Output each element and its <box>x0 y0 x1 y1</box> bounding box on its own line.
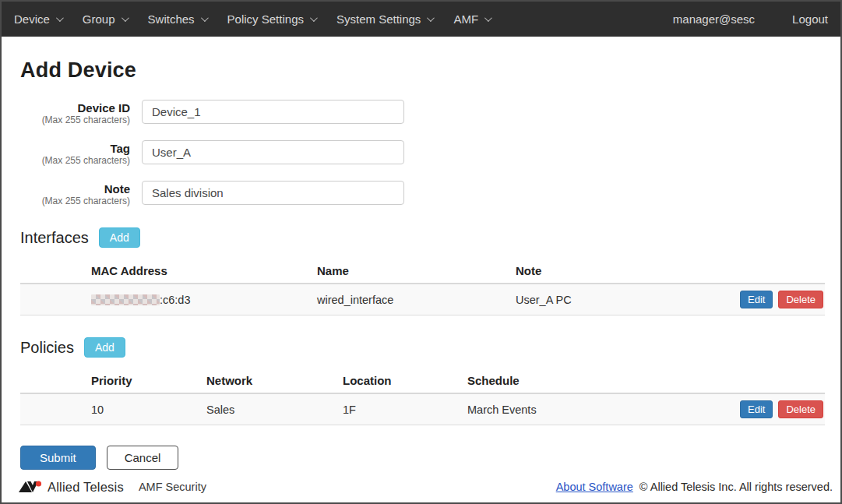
edit-policy-button[interactable]: Edit <box>740 400 773 418</box>
main-content: Add Device Device ID (Max 255 characters… <box>2 37 840 474</box>
col-location: Location <box>343 368 467 393</box>
nav-item-label: Group <box>83 12 115 26</box>
logged-in-user: manager@sesc <box>673 12 755 26</box>
nav-item-group[interactable]: Group <box>83 12 127 26</box>
chevron-down-icon <box>122 14 129 22</box>
nav-item-policy-settings[interactable]: Policy Settings <box>227 12 315 26</box>
nav-item-label: Policy Settings <box>227 12 304 26</box>
col-note: Note <box>516 259 722 283</box>
device-id-label: Device ID <box>20 101 130 115</box>
nav-item-label: Device <box>14 12 50 26</box>
nav-item-switches[interactable]: Switches <box>148 12 206 26</box>
col-name: Name <box>317 259 516 283</box>
interface-name-cell: wired_interface <box>317 287 516 312</box>
submit-button[interactable]: Submit <box>20 446 96 470</box>
edit-interface-button[interactable]: Edit <box>740 291 773 308</box>
nav-item-label: Switches <box>148 12 195 26</box>
allied-telesis-logo-icon <box>19 479 42 495</box>
about-software-link[interactable]: About Software <box>556 481 633 493</box>
chevron-down-icon <box>56 14 64 22</box>
chevron-down-icon <box>427 14 435 22</box>
add-policy-button[interactable]: Add <box>84 337 125 358</box>
interfaces-table: MAC Address Name Note :c6:d3 wired_inter… <box>20 259 825 315</box>
delete-policy-button[interactable]: Delete <box>778 400 823 418</box>
device-id-hint: (Max 255 characters) <box>20 115 130 126</box>
device-id-input[interactable] <box>142 100 404 124</box>
logout-button[interactable]: Logout <box>792 12 828 26</box>
add-interface-button[interactable]: Add <box>99 227 140 248</box>
device-form: Device ID (Max 255 characters) Tag (Max … <box>20 100 822 207</box>
page-title: Add Device <box>20 58 822 83</box>
interfaces-table-header: MAC Address Name Note <box>20 259 825 284</box>
nav-item-label: AMF <box>453 12 478 26</box>
mac-suffix: :c6:d3 <box>160 294 191 306</box>
col-mac-address: MAC Address <box>91 259 317 283</box>
policy-schedule-cell: March Events <box>467 397 722 422</box>
form-row-tag: Tag (Max 255 characters) <box>20 140 822 167</box>
nav-item-amf[interactable]: AMF <box>453 12 490 26</box>
note-label: Note <box>20 182 130 196</box>
top-navbar: Device Group Switches Policy Settings Sy… <box>2 2 840 37</box>
interface-note-cell: User_A PC <box>516 287 722 312</box>
nav-item-system-settings[interactable]: System Settings <box>336 12 432 26</box>
brand-name: Allied Telesis <box>48 480 124 495</box>
note-input[interactable] <box>142 181 404 205</box>
policy-row: 10 Sales 1F March Events Edit Delete <box>20 394 825 425</box>
col-network: Network <box>206 368 343 393</box>
tag-hint: (Max 255 characters) <box>20 155 130 167</box>
tag-input[interactable] <box>142 140 404 164</box>
nav-item-device[interactable]: Device <box>14 12 62 26</box>
form-action-buttons: Submit Cancel <box>20 446 822 470</box>
interfaces-section: Interfaces Add MAC Address Name Note :c6… <box>20 227 822 315</box>
delete-interface-button[interactable]: Delete <box>778 291 823 308</box>
form-row-note: Note (Max 255 characters) <box>20 181 822 207</box>
chevron-down-icon <box>484 14 492 22</box>
footer: Allied Telesis AMF Security About Softwa… <box>2 474 840 502</box>
brand-block: Allied Telesis AMF Security <box>19 479 206 495</box>
policies-section: Policies Add Priority Network Location S… <box>20 337 822 425</box>
interface-row: :c6:d3 wired_interface User_A PC Edit De… <box>20 284 825 315</box>
form-row-device-id: Device ID (Max 255 characters) <box>20 100 822 126</box>
col-priority: Priority <box>91 368 206 393</box>
app-window: Device Group Switches Policy Settings Sy… <box>0 0 842 504</box>
nav-item-label: System Settings <box>336 12 421 26</box>
col-schedule: Schedule <box>467 368 722 393</box>
policies-table-header: Priority Network Location Schedule <box>20 368 825 394</box>
field-label-group: Device ID (Max 255 characters) <box>20 100 130 126</box>
tag-label: Tag <box>20 142 130 155</box>
cancel-button[interactable]: Cancel <box>107 446 179 470</box>
interfaces-title: Interfaces <box>20 229 89 247</box>
chevron-down-icon <box>201 14 209 22</box>
policies-table: Priority Network Location Schedule 10 Sa… <box>20 368 825 425</box>
copyright-text: © Allied Telesis Inc. All rights reserve… <box>639 481 833 493</box>
product-name: AMF Security <box>139 481 206 493</box>
policies-title: Policies <box>20 339 74 357</box>
policy-location-cell: 1F <box>343 397 467 422</box>
policy-priority-cell: 10 <box>91 397 206 422</box>
redacted-mac-pixelation <box>91 294 160 305</box>
mac-address-cell: :c6:d3 <box>91 287 317 312</box>
field-label-group: Note (Max 255 characters) <box>20 181 130 207</box>
policy-network-cell: Sales <box>206 397 343 422</box>
chevron-down-icon <box>310 14 318 22</box>
note-hint: (Max 255 characters) <box>20 196 130 207</box>
navbar-menu: Device Group Switches Policy Settings Sy… <box>14 12 490 26</box>
navbar-right: manager@sesc Logout <box>673 12 828 26</box>
field-label-group: Tag (Max 255 characters) <box>20 140 130 167</box>
